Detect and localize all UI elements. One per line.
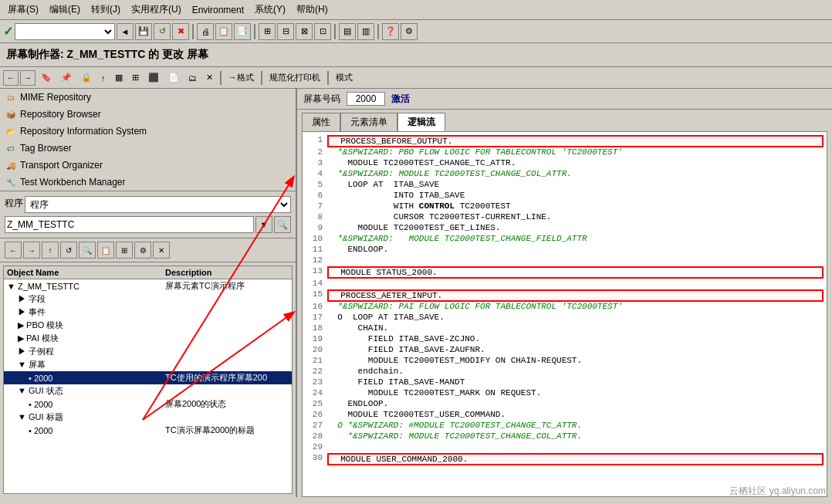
lt-settings-btn[interactable]: ⚙ (134, 242, 151, 259)
nav2-btn[interactable]: ⊟ (277, 23, 294, 40)
nav-test[interactable]: 🔧 Test Workbench Manager (0, 174, 296, 191)
tree-item[interactable]: • 2000TC演示屏幕2000的标题 (4, 424, 292, 437)
line-number: 14 (306, 279, 327, 289)
forward-arrow-btn[interactable]: → (20, 70, 36, 86)
save-btn[interactable]: 💾 (135, 23, 152, 40)
program-input[interactable] (5, 216, 254, 233)
lt-copy-btn[interactable]: 📋 (97, 242, 114, 259)
nav4-btn[interactable]: ⊡ (314, 23, 331, 40)
menu-item-edit[interactable]: 编辑(E) (45, 2, 85, 18)
nav-repo-info[interactable]: 📂 Repository Information System (0, 123, 296, 140)
frame-btn[interactable]: ▤ (339, 23, 356, 40)
nav-mime[interactable]: 🗂 MIME Repository (0, 89, 296, 106)
menu-item-system[interactable]: 系统(Y) (250, 2, 290, 18)
tab-logic[interactable]: 逻辑流 (397, 113, 445, 131)
line-content: CURSOR TC2000TEST-CURRENT_LINE. (327, 212, 824, 223)
code-line: 2 *&SPWIZARD: PBO FLOW LOGIC FOR TABLECO… (306, 147, 824, 158)
act2-btn[interactable]: ✕ (202, 70, 217, 85)
menu-item-util[interactable]: 实用程序(U) (127, 2, 186, 18)
menu-item-env[interactable]: Environment (188, 3, 249, 17)
bold-btn[interactable]: 📄 (164, 70, 183, 85)
tree-item[interactable]: • 2000屏幕2000的状态 (4, 397, 292, 411)
tree-item-name: ▼ GUI 状态 (18, 385, 165, 397)
code-line: 6 INTO ITAB_SAVE (306, 191, 824, 201)
sep2 (254, 24, 255, 39)
tab-attributes[interactable]: 属性 (302, 113, 340, 131)
line-number: 11 (306, 245, 327, 255)
split-btn[interactable]: ⊞ (128, 70, 143, 85)
code-line: 21 MODULE TC2000TEST_MODIFY ON CHAIN-REQ… (306, 356, 824, 367)
help-btn[interactable]: ❓ (382, 23, 399, 40)
tree-item[interactable]: ▼ 屏幕 (4, 358, 292, 371)
active-btn[interactable]: 🗂 (184, 71, 201, 85)
tree-item[interactable]: ▶ 子例程 (4, 345, 292, 358)
tree-item[interactable]: ▶ 字段 (4, 293, 292, 306)
lt-close-btn[interactable]: ✕ (153, 242, 170, 259)
lt-refresh-btn[interactable]: ↺ (60, 242, 77, 259)
mode-btn[interactable]: 模式 (332, 69, 357, 86)
tab-elements[interactable]: 元素清单 (340, 113, 397, 131)
tree-item[interactable]: ▼ Z_MM_TESTTC屏幕元素TC演示程序 (4, 279, 292, 293)
pin-btn[interactable]: 📌 (57, 70, 76, 85)
tree-item-name: • 2000 (29, 400, 165, 409)
tree-item[interactable]: ▶ PBO 模块 (4, 319, 292, 332)
tree-container: ▼ Z_MM_TESTTC屏幕元素TC演示程序▶ 字段▶ 事件▶ PBO 模块▶… (4, 279, 292, 437)
line-content: MODULE TC2000TEST_GET_LINES. (327, 223, 824, 234)
tree-item[interactable]: ▼ GUI 标题 (4, 411, 292, 424)
tree-item[interactable]: ▶ 事件 (4, 306, 292, 319)
menu-item-help[interactable]: 帮助(H) (292, 2, 333, 18)
repoi-icon: 📂 (5, 125, 17, 137)
tree-item[interactable]: • 2000TC使用的演示程序屏幕200 (4, 371, 292, 384)
program-dropdown-btn[interactable]: ▼ (255, 216, 272, 233)
line-number: 28 (306, 431, 327, 442)
line-content: MODULE TC2000TEST_MARK ON REQUEST. (327, 388, 824, 399)
nav-transport[interactable]: 🚚 Transport Organizer (0, 157, 296, 174)
screen-btn[interactable]: ▦ (111, 70, 127, 85)
menu-item-goto[interactable]: 转到(J) (86, 2, 125, 18)
deco-btn[interactable]: ⬛ (144, 70, 163, 85)
program-select-row: 程序 程序 (5, 196, 291, 213)
tree-item-desc: TC使用的演示程序屏幕200 (165, 372, 289, 384)
settings-btn[interactable]: ⚙ (401, 23, 418, 40)
nav-tag[interactable]: 🏷 Tag Browser (0, 140, 296, 157)
line-number: 21 (306, 356, 327, 367)
menu-item-screen[interactable]: 屏幕(S) (3, 2, 43, 18)
lt-fwd-btn[interactable]: → (23, 242, 40, 259)
tree-item[interactable]: ▶ PAI 模块 (4, 332, 292, 345)
lt-back-btn[interactable]: ← (5, 242, 22, 259)
lt-grid-btn[interactable]: ⊞ (116, 242, 133, 259)
bookmark-btn[interactable]: 🔖 (37, 70, 56, 85)
program-search-btn[interactable]: 🔍 (274, 216, 291, 233)
code-line: 10 *&SPWIZARD: MODULE TC2000TEST_CHANGE_… (306, 234, 824, 245)
line-number: 24 (306, 388, 327, 399)
command-dropdown[interactable] (15, 23, 115, 40)
code-line: 15 PROCESS_AETER_INPUT. (306, 289, 824, 302)
lt-search-btn[interactable]: 🔍 (79, 242, 96, 259)
code-line: 4 *&SPWIZARD: MODULE TC2000TEST_CHANGE_C… (306, 169, 824, 180)
stop-btn[interactable]: ✖ (172, 23, 189, 40)
frame2-btn[interactable]: ▥ (357, 23, 374, 40)
normalize-btn[interactable]: 规范化打印机 (265, 69, 324, 86)
copy-btn[interactable]: 📋 (215, 23, 232, 40)
line-content: *&SPWIZARD: MODULE TC2000TEST_CHANGE_COL… (327, 431, 824, 442)
line-number: 23 (306, 377, 327, 388)
format-btn[interactable]: →格式 (225, 69, 258, 86)
nav1-btn[interactable]: ⊞ (259, 23, 276, 40)
check-icon: ✓ (3, 24, 13, 39)
sep3 (334, 24, 336, 39)
back-btn[interactable]: ◄ (117, 23, 134, 40)
up-btn[interactable]: ↑ (97, 71, 110, 85)
line-content: PROCESS_BEFORE_OUTPUT. (327, 135, 824, 147)
print-btn[interactable]: 🖨 (197, 23, 214, 40)
code-editor[interactable]: 1 PROCESS_BEFORE_OUTPUT.2 *&SPWIZARD: PB… (303, 132, 827, 496)
copy2-btn[interactable]: 📑 (234, 23, 251, 40)
back-arrow-btn[interactable]: ← (3, 70, 19, 86)
nav3-btn[interactable]: ⊠ (296, 23, 313, 40)
nav-repo-browser[interactable]: 📦 Repository Browser (0, 106, 296, 123)
tree-item[interactable]: ▼ GUI 状态 (4, 384, 292, 397)
lt-up-btn[interactable]: ↑ (42, 242, 59, 259)
lock-btn[interactable]: 🔒 (77, 70, 96, 85)
program-select[interactable]: 程序 (25, 196, 291, 213)
refresh-btn[interactable]: ↺ (154, 23, 171, 40)
tree-item-name: • 2000 (29, 374, 165, 383)
